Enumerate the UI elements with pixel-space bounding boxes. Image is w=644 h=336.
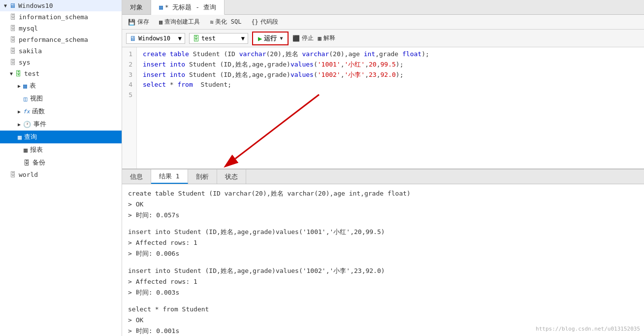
result-tab-label: 信息 [130, 172, 143, 181]
sidebar-item-label: 事件 [33, 120, 46, 129]
sidebar-item-reports[interactable]: ▦ 报表 [0, 143, 122, 156]
db-icon: 🗄 [10, 36, 16, 43]
code-area: 1 2 3 4 5 create table Student (ID varch… [122, 47, 644, 168]
query-icon: ▦ [18, 134, 22, 141]
run-button[interactable]: ▶ 运行 ▼ [252, 32, 289, 45]
result-ok-2: > Affected rows: 1 [128, 237, 638, 248]
sidebar-item-performance-schema[interactable]: 🗄 performance_schema [0, 34, 122, 45]
view-icon: ◫ [24, 95, 28, 102]
action-bar: 🖥 Windows10 ▼ 🗄 test ▼ ▶ 运行 ▼ ⬛ 停止 ▦ 解释 [122, 30, 644, 47]
main-area: 对象 ▦ * 无标题 - 查询 💾 保存 ▦ 查询创建工具 ≋ 美化 SQL {… [122, 0, 644, 336]
sidebar-item-events[interactable]: ▶ 🕐 事件 [0, 118, 122, 131]
db-icon: 🗄 [10, 47, 16, 55]
beautify-button[interactable]: ≋ 美化 SQL [208, 17, 243, 27]
db-icon: 🗄 [10, 25, 16, 32]
result-tab-info[interactable]: 信息 [122, 169, 151, 184]
sidebar-item-world[interactable]: 🗄 world [0, 169, 122, 180]
stop-icon: ⬛ [292, 35, 300, 42]
result-ok-1: > OK [128, 199, 638, 210]
stop-button[interactable]: ⬛ 停止 [292, 34, 314, 42]
sidebar-item-sakila[interactable]: 🗄 sakila [0, 45, 122, 57]
db-icon: 🗄 [10, 59, 16, 66]
sidebar-item-label: sys [19, 59, 30, 66]
result-ok-4: > OK [128, 315, 638, 326]
snippet-icon: {} [251, 19, 258, 26]
connection-value: Windows10 [138, 35, 170, 42]
chevron-down-icon: ▼ [178, 35, 182, 42]
result-ok-3: > Affected rows: 1 [128, 276, 638, 287]
result-time-2: > 时间: 0.006s [128, 248, 638, 259]
sidebar-item-label: information_schema [19, 13, 88, 21]
sidebar-item-label: 查询 [24, 133, 37, 141]
result-tab-status[interactable]: 状态 [217, 169, 246, 184]
expand-icon: ▼ [10, 71, 13, 76]
beautify-icon: ≋ [210, 19, 213, 26]
query-builder-button[interactable]: ▦ 查询创建工具 [157, 17, 202, 27]
sidebar-item-queries[interactable]: ▦ 查询 [0, 131, 122, 143]
toolbar: 💾 保存 ▦ 查询创建工具 ≋ 美化 SQL {} 代码段 [122, 15, 644, 30]
result-tab-profile[interactable]: 剖析 [188, 169, 217, 184]
code-editor[interactable]: create table Student (ID varchar(20),姓名 … [137, 47, 644, 168]
line-numbers: 1 2 3 4 5 [122, 47, 137, 168]
save-icon: 💾 [128, 19, 135, 26]
sidebar-item-label: 备份 [32, 158, 45, 167]
play-icon: ▶ [258, 34, 262, 42]
result-content: create table Student (ID varchar(20),姓名 … [122, 184, 644, 336]
sidebar-item-label: performance_schema [19, 36, 88, 43]
tab-query[interactable]: ▦ * 无标题 - 查询 [151, 0, 225, 15]
sidebar-item-views[interactable]: ◫ 视图 [0, 92, 122, 105]
run-label: 运行 [264, 34, 277, 43]
expand-icon: ▶ [18, 122, 21, 127]
result-tab-result1[interactable]: 结果 1 [151, 169, 188, 184]
event-icon: 🕐 [23, 121, 31, 128]
server-icon: 🖥 [9, 2, 16, 9]
result-sql-4: select * from Student [128, 304, 638, 315]
sidebar-item-sys[interactable]: 🗄 sys [0, 57, 122, 68]
save-label: 保存 [137, 18, 149, 26]
database-value: test [201, 35, 216, 42]
sidebar-item-information-schema[interactable]: 🗄 information_schema [0, 11, 122, 23]
result-block-2: insert into Student (ID,姓名,age,grade)val… [128, 227, 638, 259]
sidebar-item-label: mysql [19, 25, 38, 32]
stop-label: 停止 [302, 34, 314, 42]
chevron-down-icon: ▼ [241, 35, 245, 42]
save-button[interactable]: 💾 保存 [126, 17, 151, 27]
sidebar-item-mysql[interactable]: 🗄 mysql [0, 23, 122, 34]
sidebar-item-backup[interactable]: 🗄 备份 [0, 156, 122, 169]
beautify-label: 美化 SQL [215, 18, 241, 26]
db-icon: 🗄 [10, 171, 16, 178]
snippet-button[interactable]: {} 代码段 [249, 17, 280, 27]
result-tab-label: 剖析 [196, 172, 209, 181]
sidebar-item-label: 表 [30, 81, 36, 90]
result-block-1: create table Student (ID varchar(20),姓名 … [128, 188, 638, 221]
explain-button[interactable]: ▦ 解释 [318, 34, 335, 42]
result-tab-label: 状态 [225, 172, 238, 181]
result-time-1: > 时间: 0.057s [128, 210, 638, 221]
database-select[interactable]: 🗄 test ▼ [189, 33, 248, 44]
connection-icon: 🖥 [129, 34, 136, 42]
query-tab-icon: ▦ [159, 3, 163, 11]
result-block-3: insert into Student (ID,姓名,age,grade)val… [128, 266, 638, 298]
result-sql-2: insert into Student (ID,姓名,age,grade)val… [128, 227, 638, 237]
expand-icon: ▶ [18, 109, 21, 114]
db-icon: 🗄 [15, 70, 22, 77]
sidebar-item-windows10[interactable]: ▼ 🖥 Windows10 [0, 0, 122, 11]
sidebar-item-label: world [19, 171, 38, 178]
sidebar: ▼ 🖥 Windows10 🗄 information_schema 🗄 mys… [0, 0, 122, 336]
sidebar-item-functions[interactable]: ▶ fx 函数 [0, 105, 122, 118]
sidebar-item-label: Windows10 [18, 2, 53, 9]
explain-label: 解释 [323, 34, 335, 42]
sidebar-item-label: 报表 [30, 145, 43, 154]
result-time-3: > 时间: 0.003s [128, 287, 638, 298]
sidebar-item-label: 视图 [30, 94, 43, 103]
tab-label: 对象 [130, 3, 143, 12]
explain-icon: ▦ [318, 35, 321, 42]
db-icon: 🗄 [10, 13, 16, 21]
result-sql-1: create table Student (ID varchar(20),姓名 … [128, 188, 638, 199]
sidebar-item-test[interactable]: ▼ 🗄 test [0, 68, 122, 79]
tab-object[interactable]: 对象 [122, 0, 151, 14]
result-sql-3: insert into Student (ID,姓名,age,grade)val… [128, 266, 638, 276]
connection-select[interactable]: 🖥 Windows10 ▼ [126, 33, 185, 44]
sidebar-item-tables[interactable]: ▶ ▦ 表 [0, 79, 122, 92]
tab-label: * 无标题 - 查询 [165, 3, 216, 12]
